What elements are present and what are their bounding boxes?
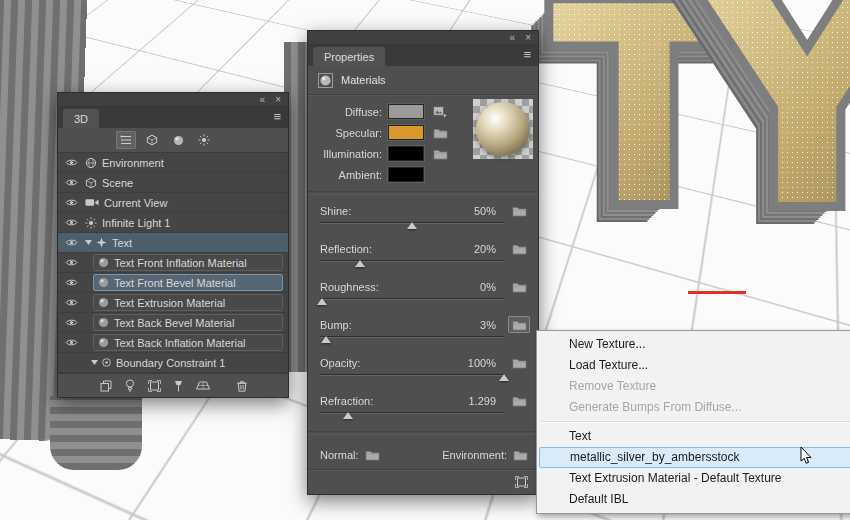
ambient-color-swatch[interactable] bbox=[388, 167, 424, 182]
scene-tree-row[interactable]: Boundary Constraint 1 bbox=[58, 353, 288, 373]
slider-track[interactable] bbox=[320, 371, 504, 382]
scene-tree-row[interactable]: Text Extrusion Material bbox=[58, 293, 288, 313]
menu-item[interactable]: Text bbox=[539, 426, 850, 447]
menu-item[interactable]: Load Texture... bbox=[539, 355, 850, 376]
slider-thumb[interactable] bbox=[343, 412, 353, 419]
material-slider: Reflection:20% bbox=[308, 237, 538, 275]
texture-folder-button[interactable] bbox=[508, 202, 530, 219]
material-chip[interactable]: Text Back Inflation Material bbox=[93, 334, 283, 351]
material-ball-icon bbox=[318, 73, 333, 88]
folder-button[interactable] bbox=[433, 127, 448, 139]
slider-thumb[interactable] bbox=[355, 260, 365, 267]
menu-item: Generate Bumps From Diffuse... bbox=[539, 397, 850, 418]
scene-tree-row[interactable]: Text bbox=[58, 233, 288, 253]
scene-tree-row[interactable]: Scene bbox=[58, 173, 288, 193]
visibility-eye-toggle[interactable] bbox=[61, 198, 81, 207]
slider-thumb[interactable] bbox=[407, 222, 417, 229]
illumination-color-swatch[interactable] bbox=[388, 146, 424, 161]
scene-tree-row-label: Environment bbox=[102, 157, 164, 169]
slider-track[interactable] bbox=[320, 333, 504, 344]
materials-filter-button[interactable] bbox=[168, 131, 188, 149]
new-light-button[interactable] bbox=[125, 379, 135, 392]
collapse-panel-button[interactable]: « bbox=[260, 95, 266, 105]
new-light-icon bbox=[125, 379, 135, 392]
meshes-filter-button[interactable] bbox=[142, 131, 162, 149]
menu-item[interactable]: Default IBL bbox=[539, 489, 850, 510]
visibility-eye-toggle[interactable] bbox=[61, 298, 81, 307]
visibility-eye-toggle[interactable] bbox=[61, 338, 81, 347]
visibility-eye-toggle[interactable] bbox=[61, 238, 81, 247]
slider-thumb[interactable] bbox=[499, 374, 509, 381]
lights-filter-button[interactable] bbox=[194, 131, 214, 149]
panel-menu-button[interactable]: ≡ bbox=[516, 45, 538, 66]
texture-button[interactable] bbox=[433, 106, 447, 118]
visibility-eye-toggle[interactable] bbox=[61, 178, 81, 187]
slider-label: Refraction: bbox=[320, 395, 468, 407]
environment-texture-folder-button[interactable] bbox=[513, 449, 528, 461]
visibility-eye-toggle[interactable] bbox=[61, 278, 81, 287]
color-row-label: Illumination: bbox=[308, 148, 382, 160]
close-panel-button[interactable]: × bbox=[525, 33, 531, 43]
texture-folder-button[interactable] bbox=[508, 240, 530, 257]
visibility-eye-toggle[interactable] bbox=[61, 158, 81, 167]
slider-track[interactable] bbox=[320, 295, 504, 306]
material-chip[interactable]: Text Front Bevel Material bbox=[93, 274, 283, 291]
stack-icon bbox=[100, 380, 112, 392]
material-chip[interactable]: Text Extrusion Material bbox=[93, 294, 283, 311]
panel-menu-button[interactable]: ≡ bbox=[266, 107, 288, 128]
slider-track[interactable] bbox=[320, 219, 504, 230]
menu-item[interactable]: Text Extrusion Material - Default Textur… bbox=[539, 468, 850, 489]
close-panel-button[interactable]: × bbox=[275, 95, 281, 105]
render-button[interactable] bbox=[148, 380, 161, 392]
texture-folder-button[interactable] bbox=[508, 354, 530, 371]
scene-tree-row[interactable]: Text Back Bevel Material bbox=[58, 313, 288, 333]
pin-button[interactable] bbox=[174, 380, 183, 392]
normal-texture-folder-button[interactable] bbox=[365, 449, 380, 461]
divider bbox=[308, 191, 538, 195]
menu-item: Remove Texture bbox=[539, 376, 850, 397]
collapse-panel-button[interactable]: « bbox=[510, 33, 516, 43]
scene-tree-row[interactable]: Environment bbox=[58, 153, 288, 173]
slider-value[interactable]: 0% bbox=[480, 281, 496, 293]
scene-tree-row[interactable]: Text Back Inflation Material bbox=[58, 333, 288, 353]
scene-tree-row-label: Text Back Inflation Material bbox=[114, 337, 245, 349]
specular-color-swatch[interactable] bbox=[388, 125, 424, 140]
folder-button[interactable] bbox=[433, 148, 448, 160]
slider-value[interactable]: 3% bbox=[480, 319, 496, 331]
slider-thumb[interactable] bbox=[317, 298, 327, 305]
slider-value[interactable]: 1.299 bbox=[468, 395, 496, 407]
slider-thumb[interactable] bbox=[321, 336, 331, 343]
menu-item[interactable]: New Texture... bbox=[539, 334, 850, 355]
material-chip[interactable]: Text Back Bevel Material bbox=[93, 314, 283, 331]
material-icon bbox=[98, 297, 109, 308]
slider-track[interactable] bbox=[320, 257, 504, 268]
material-chip[interactable]: Text Front Inflation Material bbox=[93, 254, 283, 271]
tab-3d[interactable]: 3D bbox=[63, 109, 99, 128]
diffuse-color-swatch[interactable] bbox=[388, 104, 424, 119]
scene-tree-row-label: Boundary Constraint 1 bbox=[116, 357, 225, 369]
scene-tree-row[interactable]: Current View bbox=[58, 193, 288, 213]
slider-value[interactable]: 20% bbox=[474, 243, 496, 255]
slider-value[interactable]: 100% bbox=[468, 357, 496, 369]
tab-properties[interactable]: Properties bbox=[313, 47, 385, 66]
texture-folder-button[interactable] bbox=[508, 316, 530, 333]
scene-tree-row[interactable]: Infinite Light 1 bbox=[58, 213, 288, 233]
delete-button[interactable] bbox=[237, 380, 247, 392]
visibility-eye-toggle[interactable] bbox=[61, 218, 81, 227]
slider-value[interactable]: 50% bbox=[474, 205, 496, 217]
material-preview[interactable] bbox=[473, 99, 533, 159]
ground-plane-button[interactable] bbox=[196, 381, 210, 390]
slider-track[interactable] bbox=[320, 409, 504, 420]
scene-tree-row[interactable]: Text Front Bevel Material bbox=[58, 273, 288, 293]
folder-icon bbox=[512, 205, 527, 217]
scene-filter-button[interactable] bbox=[116, 131, 136, 149]
visibility-eye-toggle[interactable] bbox=[61, 318, 81, 327]
stack-button[interactable] bbox=[100, 380, 112, 392]
texture-folder-button[interactable] bbox=[508, 278, 530, 295]
render-icon[interactable] bbox=[515, 476, 528, 488]
scene-tree-row[interactable]: Text Front Inflation Material bbox=[58, 253, 288, 273]
texture-folder-button[interactable] bbox=[508, 392, 530, 409]
pin-icon bbox=[174, 380, 183, 392]
visibility-eye-toggle[interactable] bbox=[61, 258, 81, 267]
menu-divider bbox=[541, 421, 850, 423]
